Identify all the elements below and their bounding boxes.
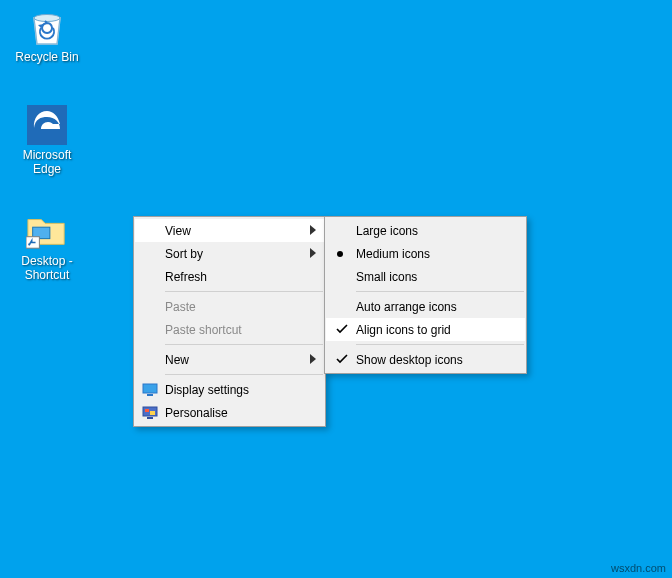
view-submenu: Large icons Medium icons Small icons Aut… <box>324 216 527 374</box>
desktop-icon-label: Microsoft Edge <box>11 148 83 176</box>
menu-item-label: Medium icons <box>356 247 430 261</box>
menu-separator <box>356 344 524 345</box>
recycle-bin-icon <box>26 6 68 48</box>
menu-item-label: Show desktop icons <box>356 353 463 367</box>
menu-separator <box>165 291 323 292</box>
menu-item-new[interactable]: New <box>135 348 324 371</box>
menu-item-paste: Paste <box>135 295 324 318</box>
submenu-item-align-to-grid[interactable]: Align icons to grid <box>326 318 525 341</box>
menu-item-display-settings[interactable]: Display settings <box>135 378 324 401</box>
submenu-item-large-icons[interactable]: Large icons <box>326 219 525 242</box>
menu-item-label: Display settings <box>165 383 249 397</box>
menu-item-label: New <box>165 353 189 367</box>
svg-point-0 <box>34 15 60 22</box>
menu-item-label: Sort by <box>165 247 203 261</box>
check-icon <box>336 323 348 337</box>
desktop-icon-label: Desktop - Shortcut <box>11 254 83 282</box>
menu-item-label: Small icons <box>356 270 417 284</box>
desktop-icon-recycle-bin[interactable]: Recycle Bin <box>10 6 84 64</box>
check-icon <box>336 353 348 367</box>
desktop-icon-label: Recycle Bin <box>15 50 78 64</box>
menu-item-label: Refresh <box>165 270 207 284</box>
submenu-item-auto-arrange[interactable]: Auto arrange icons <box>326 295 525 318</box>
menu-item-label: Personalise <box>165 406 228 420</box>
svg-rect-10 <box>150 411 155 415</box>
menu-item-paste-shortcut: Paste shortcut <box>135 318 324 341</box>
svg-rect-6 <box>143 384 157 393</box>
menu-item-refresh[interactable]: Refresh <box>135 265 324 288</box>
submenu-item-medium-icons[interactable]: Medium icons <box>326 242 525 265</box>
menu-item-label: Large icons <box>356 224 418 238</box>
edge-icon <box>26 104 68 146</box>
folder-shortcut-icon <box>26 210 68 252</box>
menu-item-label: Paste <box>165 300 196 314</box>
radio-bullet-icon <box>336 247 344 261</box>
submenu-arrow-icon <box>310 224 316 238</box>
submenu-item-show-desktop-icons[interactable]: Show desktop icons <box>326 348 525 371</box>
menu-item-label: View <box>165 224 191 238</box>
menu-item-label: Align icons to grid <box>356 323 451 337</box>
menu-item-label: Paste shortcut <box>165 323 242 337</box>
submenu-arrow-icon <box>310 353 316 367</box>
menu-separator <box>165 374 323 375</box>
menu-item-sort-by[interactable]: Sort by <box>135 242 324 265</box>
desktop-icon-edge[interactable]: Microsoft Edge <box>10 104 84 176</box>
submenu-item-small-icons[interactable]: Small icons <box>326 265 525 288</box>
svg-rect-11 <box>147 417 153 419</box>
menu-item-label: Auto arrange icons <box>356 300 457 314</box>
svg-point-12 <box>337 251 343 257</box>
desktop-context-menu: View Sort by Refresh Paste Paste shortcu… <box>133 216 326 427</box>
desktop-icon-desktop-shortcut[interactable]: Desktop - Shortcut <box>10 210 84 282</box>
svg-rect-7 <box>147 394 153 396</box>
svg-rect-9 <box>145 409 149 412</box>
menu-item-personalise[interactable]: Personalise <box>135 401 324 424</box>
watermark: wsxdn.com <box>611 562 666 574</box>
personalise-icon <box>142 405 158 421</box>
display-settings-icon <box>142 382 158 398</box>
submenu-arrow-icon <box>310 247 316 261</box>
menu-separator <box>356 291 524 292</box>
menu-separator <box>165 344 323 345</box>
menu-item-view[interactable]: View <box>135 219 324 242</box>
